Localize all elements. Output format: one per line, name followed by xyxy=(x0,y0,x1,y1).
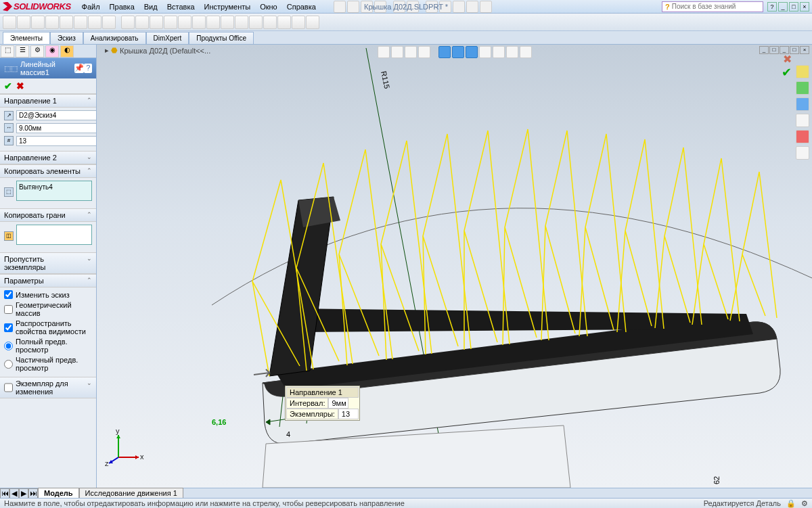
menu-tools[interactable]: Инструменты xyxy=(200,1,255,12)
ft-8[interactable] xyxy=(102,16,116,29)
ft-3[interactable] xyxy=(31,16,45,29)
ft-21[interactable] xyxy=(292,16,305,29)
search-input[interactable] xyxy=(672,3,760,10)
ft-7[interactable] xyxy=(88,16,102,29)
faces-to-pattern-list[interactable] xyxy=(16,225,92,245)
btab-prev[interactable]: ◀ xyxy=(9,488,19,499)
tb-misc2[interactable] xyxy=(480,1,492,13)
tab-dimxpert[interactable]: DimXpert xyxy=(146,32,189,44)
chevron-down-icon: ⌄ xyxy=(87,379,92,396)
tab-sketch[interactable]: Эскиз xyxy=(50,32,83,44)
win-max[interactable]: □ xyxy=(789,2,798,11)
menu-edit[interactable]: Правка xyxy=(106,1,139,12)
menu-view[interactable]: Вид xyxy=(140,1,162,12)
cancel-button[interactable]: ✖ xyxy=(16,80,24,91)
help-btns: ? _ □ × xyxy=(767,2,809,11)
ft-16[interactable] xyxy=(221,16,234,29)
menu-insert[interactable]: Вставка xyxy=(163,1,199,12)
panel-tab-row: ⬚ ☰ ⚙ ◉ ◐ xyxy=(0,45,96,58)
ft-9[interactable] xyxy=(121,16,135,29)
ft-5[interactable] xyxy=(60,16,73,29)
win-close[interactable]: × xyxy=(800,2,809,11)
orientation-triad[interactable]: x y z xyxy=(105,427,145,467)
tab-office[interactable]: Продукты Office xyxy=(189,32,254,44)
section-copy-elements[interactable]: Копировать элементы⌃ xyxy=(0,164,96,178)
ft-17[interactable] xyxy=(235,16,248,29)
status-bar: Нажмите в поле, чтобы отредактировать ин… xyxy=(0,498,812,508)
ft-19[interactable] xyxy=(263,16,277,29)
ptab-feature-tree[interactable]: ⬚ xyxy=(1,45,14,57)
ok-button[interactable]: ✔ xyxy=(4,80,12,91)
ft-12[interactable] xyxy=(164,16,177,29)
face-list-icon: ◫ xyxy=(4,231,14,241)
ptab-dim[interactable]: ◉ xyxy=(45,45,59,57)
ft-18[interactable] xyxy=(249,16,263,29)
callout-spacing-value[interactable]: 9мм xyxy=(328,398,348,409)
callout-title: Направление 1 xyxy=(286,387,359,398)
btab-first[interactable]: ⏮ xyxy=(0,488,9,499)
feature-pin-icon[interactable]: 📌 xyxy=(74,64,84,73)
count-input[interactable] xyxy=(16,136,97,146)
chk-instance-vary[interactable] xyxy=(4,379,13,396)
radio-partial-preview[interactable] xyxy=(4,360,13,369)
section-instance-vary[interactable]: Экземпляр для изменения⌄ xyxy=(0,377,96,398)
ft-20[interactable] xyxy=(277,16,291,29)
svg-text:z: z xyxy=(105,459,109,467)
document-title: Крышка Д02Д.SLDPRT * xyxy=(364,3,448,11)
direction-edge-input[interactable] xyxy=(16,110,97,120)
ft-2[interactable] xyxy=(17,16,30,29)
pattern-callout[interactable]: Направление 1 Интервал:9мм Экземпляры:13 xyxy=(285,386,360,421)
ft-15[interactable] xyxy=(206,16,220,29)
svg-text:x: x xyxy=(140,453,144,461)
chk-vary-sketch[interactable] xyxy=(4,290,13,299)
btab-last[interactable]: ⏭ xyxy=(28,488,38,499)
tb-misc1[interactable] xyxy=(466,1,478,13)
graphics-viewport[interactable]: ▸ ⬣ Крышка Д02Д (Default<<... _□_□× ✖ ✔ xyxy=(97,45,812,488)
section-skip-instances[interactable]: Пропустить экземпляры⌄ xyxy=(0,252,96,274)
section-direction2[interactable]: Направление 2⌄ xyxy=(0,151,96,164)
tab-features[interactable]: Элементы xyxy=(3,32,50,44)
callout-count-value[interactable]: 13 xyxy=(338,409,359,419)
btab-model[interactable]: Модель xyxy=(38,488,79,499)
spacing-input[interactable] xyxy=(16,123,97,133)
status-icon1[interactable]: 🔒 xyxy=(786,499,796,508)
count-icon: # xyxy=(4,136,14,145)
btab-next[interactable]: ▶ xyxy=(19,488,28,499)
menu-help[interactable]: Справка xyxy=(283,1,320,12)
radius-annotation: R115 xyxy=(380,70,391,89)
section-direction1[interactable]: Направление 1⌃ xyxy=(0,94,96,108)
status-icon2[interactable]: ⚙ xyxy=(801,499,808,508)
radio-full-preview[interactable] xyxy=(4,342,13,350)
ptab-display[interactable]: ◐ xyxy=(60,45,74,57)
menu-window[interactable]: Окно xyxy=(256,1,281,12)
help-dropdown[interactable]: ? xyxy=(767,2,777,11)
ft-14[interactable] xyxy=(192,16,206,29)
knowledge-search[interactable]: ? xyxy=(662,1,763,12)
chk-geometric[interactable] xyxy=(4,305,13,314)
ok-cancel-bar: ✔ ✖ xyxy=(0,78,96,94)
feature-help-icon[interactable]: ? xyxy=(84,64,92,73)
features-to-pattern-list[interactable]: Вытянуть4 xyxy=(16,181,92,201)
ptab-config[interactable]: ⚙ xyxy=(30,45,44,57)
ft-6[interactable] xyxy=(74,16,87,29)
ft-1[interactable] xyxy=(3,16,16,29)
tb-open[interactable] xyxy=(347,1,359,13)
ptab-property[interactable]: ☰ xyxy=(16,45,29,57)
tab-analyze[interactable]: Анализировать xyxy=(83,32,146,44)
chk-propagate[interactable] xyxy=(4,323,13,332)
ft-10[interactable] xyxy=(135,16,149,29)
tb-new[interactable] xyxy=(334,1,346,13)
section-copy-faces[interactable]: Копировать грани⌃ xyxy=(0,208,96,222)
chevron-up-icon: ⌃ xyxy=(87,167,92,175)
edge-icon[interactable]: ↗ xyxy=(4,111,14,120)
tb-options[interactable] xyxy=(453,1,465,13)
section-parameters[interactable]: Параметры⌃ xyxy=(0,274,96,287)
feature-list-icon: ⬚ xyxy=(4,187,14,197)
ft-22[interactable] xyxy=(306,16,319,29)
ft-11[interactable] xyxy=(150,16,163,29)
ft-13[interactable] xyxy=(178,16,191,29)
btab-motion[interactable]: Исследование движения 1 xyxy=(79,488,183,499)
ft-4[interactable] xyxy=(45,16,59,29)
win-min[interactable]: _ xyxy=(778,2,788,11)
menu-file[interactable]: Файл xyxy=(78,1,104,12)
